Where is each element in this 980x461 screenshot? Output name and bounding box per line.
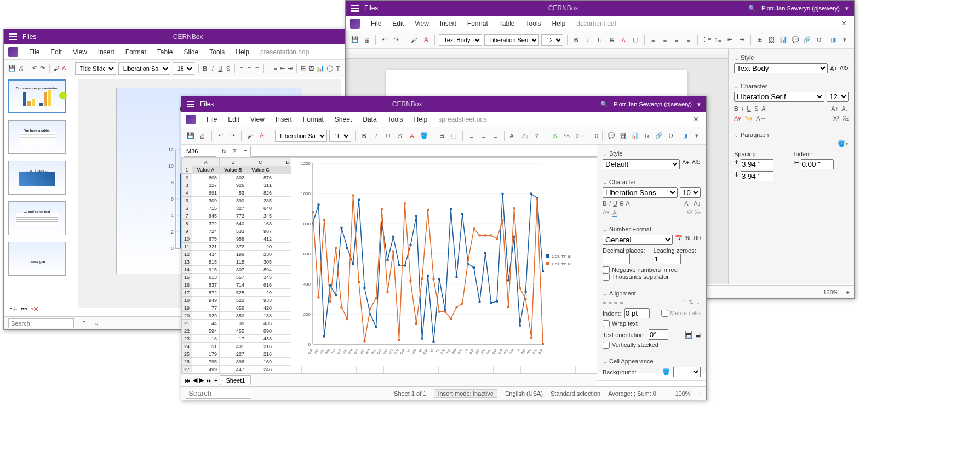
chevron-down-icon[interactable]: ▾ xyxy=(840,34,850,46)
slide-thumb-2[interactable]: We have a table, xyxy=(8,120,66,154)
decimal-inc-icon[interactable]: .0→ xyxy=(574,130,585,142)
dup-slide-icon[interactable]: ▫▫ xyxy=(21,304,27,314)
spacing-below-input[interactable] xyxy=(741,171,773,181)
percent-icon[interactable]: % xyxy=(685,235,690,245)
italic-icon[interactable]: I xyxy=(742,105,743,112)
spacing-below-icon[interactable]: ⬇ xyxy=(734,171,739,181)
highlight-icon[interactable]: ▢ xyxy=(631,34,640,46)
slide-thumb-5[interactable]: Thank you xyxy=(8,242,66,276)
menu-edit[interactable]: Edit xyxy=(223,113,244,126)
clear-format-icon[interactable]: A̶ xyxy=(421,34,431,46)
char-spacing-icon[interactable]: A↔ xyxy=(756,115,766,122)
print-icon[interactable]: 🖨 xyxy=(18,62,24,75)
highlight-color-icon[interactable]: ✎▾ xyxy=(744,115,753,122)
insert-mode[interactable]: Insert mode: inactive xyxy=(434,389,497,398)
menu-format[interactable]: Format xyxy=(299,113,328,126)
merge-cells-checkbox[interactable]: Merge cells xyxy=(661,310,701,317)
new-style-icon[interactable]: A+ xyxy=(682,159,690,169)
font-color-icon[interactable]: A▾ xyxy=(734,115,741,122)
sidebar-toggle-icon[interactable]: ◨ xyxy=(828,34,838,46)
number-icon[interactable]: .00 xyxy=(692,235,701,245)
decplaces-input[interactable] xyxy=(603,254,630,264)
update-style-icon[interactable]: A↻ xyxy=(692,159,701,169)
redo-icon[interactable]: ↷ xyxy=(40,62,45,75)
cellapp-panel-header[interactable]: Cell Appearance xyxy=(603,356,701,367)
close-icon[interactable]: × xyxy=(690,115,702,124)
align-left-icon[interactable]: ≡ xyxy=(648,34,658,46)
sheet-tab[interactable]: Sheet1 xyxy=(220,375,251,385)
decimal-dec-icon[interactable]: ←.0 xyxy=(587,130,598,142)
bold-icon[interactable]: B xyxy=(202,62,208,75)
numfmt-select[interactable]: General xyxy=(603,235,673,245)
user-name[interactable]: Piotr Jan Seweryn (pjsewery) xyxy=(761,5,840,12)
align-justify-icon[interactable]: ≡ xyxy=(751,140,754,147)
equals-icon[interactable]: = xyxy=(240,148,250,155)
search-input[interactable] xyxy=(8,318,74,328)
format-paint-icon[interactable]: 🖌 xyxy=(409,34,419,46)
undo-icon[interactable]: ↶ xyxy=(32,62,37,75)
font-color-icon[interactable]: A▾ xyxy=(603,209,610,217)
close-icon[interactable]: × xyxy=(838,19,850,29)
special-char-icon[interactable]: Ω xyxy=(814,34,824,46)
menu-tools[interactable]: Tools xyxy=(383,113,408,126)
sort-desc-icon[interactable]: Z↓ xyxy=(520,130,530,142)
borders-icon[interactable]: ⊞ xyxy=(437,130,446,142)
delete-slide-icon[interactable]: ▫× xyxy=(30,304,38,314)
align-right-icon[interactable]: ≡ xyxy=(672,34,682,46)
align-center-icon[interactable]: ≡ xyxy=(740,140,743,147)
next-sheet-icon[interactable]: ▶ xyxy=(199,377,204,384)
char-size-select[interactable]: 10 xyxy=(680,187,701,198)
text-dir2-icon[interactable]: ⬓ xyxy=(695,331,701,338)
subscript-icon[interactable]: X₂ xyxy=(695,209,701,217)
menu-view[interactable]: View xyxy=(68,46,91,58)
text-orient-input[interactable] xyxy=(649,329,668,340)
underline-icon[interactable]: U xyxy=(747,105,751,112)
chart-icon[interactable]: 📊 xyxy=(778,34,788,46)
style-select[interactable]: Default xyxy=(603,159,680,169)
align-center-icon[interactable]: ≡ xyxy=(608,299,611,306)
special-char-icon[interactable]: Ω xyxy=(666,130,676,142)
menu-insert[interactable]: Insert xyxy=(435,18,461,30)
sidebar-toggle-icon[interactable]: ◨ xyxy=(680,130,690,142)
decrease-font-icon[interactable]: A↓ xyxy=(841,105,849,112)
italic-icon[interactable]: I xyxy=(371,130,381,142)
bg-color-icon[interactable]: 🪣▾ xyxy=(838,140,849,147)
clear-format-icon[interactable]: A̶ xyxy=(257,130,267,142)
neg-red-checkbox[interactable]: Negative numbers in red xyxy=(603,266,701,274)
menu-edit[interactable]: Edit xyxy=(388,18,408,30)
valign-top-icon[interactable]: ⤒ xyxy=(681,299,686,306)
outdent-icon[interactable]: ⇤ xyxy=(279,62,285,75)
spacing-above-icon[interactable]: ⬆ xyxy=(734,159,739,169)
valign-bot-icon[interactable]: ⤓ xyxy=(696,299,701,306)
menu-insert[interactable]: Insert xyxy=(94,46,119,58)
first-sheet-icon[interactable]: ⏮ xyxy=(185,377,191,384)
underline-icon[interactable]: U xyxy=(383,130,393,142)
strikethrough-icon[interactable]: S xyxy=(607,34,617,46)
comment-icon[interactable]: 💬 xyxy=(606,130,616,142)
chart-icon[interactable]: 📊 xyxy=(317,62,324,75)
chart-icon[interactable]: 📊 xyxy=(630,130,640,142)
bold-icon[interactable]: B xyxy=(359,130,369,142)
add-sheet-icon[interactable]: + xyxy=(214,377,217,384)
underline-icon[interactable]: U xyxy=(613,200,617,207)
clear-format-icon[interactable]: A̶ xyxy=(61,62,67,75)
wrap-text-checkbox[interactable]: Wrap text xyxy=(603,320,701,327)
menu-edit[interactable]: Edit xyxy=(46,46,66,58)
align-center-icon[interactable]: ≡ xyxy=(247,62,252,75)
new-slide-icon[interactable]: ▫+ xyxy=(9,304,18,314)
vstack-checkbox[interactable]: Vertically stacked xyxy=(603,342,701,349)
highlight-icon[interactable]: A xyxy=(612,209,617,217)
align-center-icon[interactable]: ≡ xyxy=(660,34,670,46)
language[interactable]: English (USA) xyxy=(505,390,543,397)
numfmt-panel-header[interactable]: Number Format xyxy=(603,224,701,235)
merge-icon[interactable]: ⬚ xyxy=(449,130,459,142)
char-size-select[interactable]: 12 xyxy=(827,92,849,102)
new-style-icon[interactable]: A+ xyxy=(830,65,838,72)
filter-icon[interactable]: ▿ xyxy=(532,130,542,142)
menu-format[interactable]: Format xyxy=(463,18,492,30)
character-panel-header[interactable]: Character xyxy=(603,177,701,187)
comment-icon[interactable]: 💬 xyxy=(790,34,800,46)
char-font-select[interactable]: Liberation Sans xyxy=(603,187,678,198)
search-input[interactable] xyxy=(186,389,251,399)
menu-file[interactable]: File xyxy=(366,18,386,30)
